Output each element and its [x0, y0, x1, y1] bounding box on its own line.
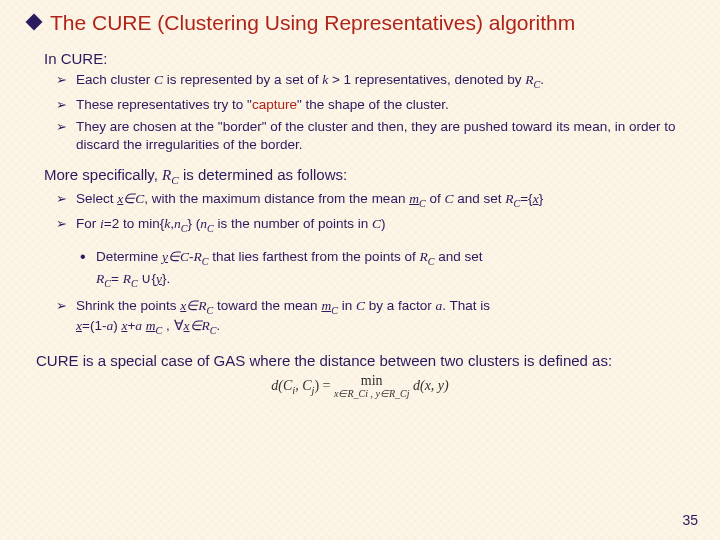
- slide-title: The CURE (Clustering Using Representativ…: [50, 10, 575, 36]
- diamond-bullet-icon: [26, 14, 43, 31]
- min-operator: minx∈R_Ci , y∈R_Cj: [334, 374, 410, 399]
- slide-container: The CURE (Clustering Using Representativ…: [0, 0, 720, 540]
- footer-text: CURE is a special case of GAS where the …: [36, 351, 684, 371]
- bullet-group-2: Select x∈C, with the maximum distance fr…: [28, 190, 692, 235]
- bullet-group-1: Each cluster C is represented by a set o…: [28, 71, 692, 154]
- bullet-1a: Each cluster C is represented by a set o…: [56, 71, 692, 91]
- bullet-1b: These representatives try to "capture" t…: [56, 96, 692, 114]
- bullet-group-2c: Shrink the points x∈RC toward the mean m…: [28, 297, 692, 338]
- bullet-1c: They are chosen at the "border" of the c…: [56, 118, 692, 154]
- page-number: 35: [682, 512, 698, 528]
- distance-formula: d(Ci, Cj) = minx∈R_Ci , y∈R_Cj d(x, y): [28, 374, 692, 399]
- section-heading-2: More specifically, RC is determined as f…: [44, 166, 692, 186]
- bullet-2c: Shrink the points x∈RC toward the mean m…: [56, 297, 692, 338]
- bullet-2a: Select x∈C, with the maximum distance fr…: [56, 190, 692, 210]
- sub-bullet-group: Determine y∈C-RC that lies farthest from…: [28, 247, 692, 291]
- section-heading-1: In CURE:: [44, 50, 692, 67]
- sub-bullet-1: Determine y∈C-RC that lies farthest from…: [80, 247, 692, 291]
- bullet-2b: For i=2 to min{k,nC} (nC is the number o…: [56, 215, 692, 235]
- title-row: The CURE (Clustering Using Representativ…: [28, 10, 692, 36]
